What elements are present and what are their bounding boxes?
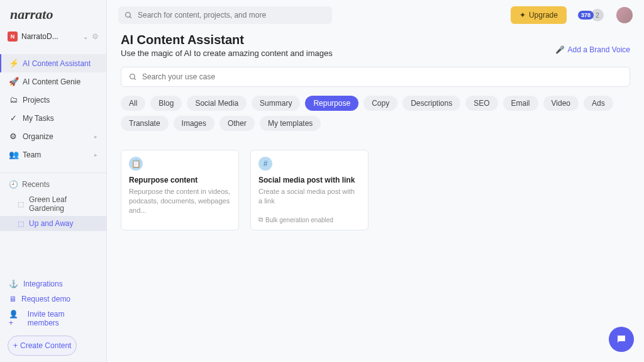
bottom-label: Invite team members xyxy=(28,310,97,327)
recents-header: 🕘 Recents xyxy=(0,177,106,192)
filter-pill-blog[interactable]: Blog xyxy=(150,96,182,111)
filter-pill-seo[interactable]: SEO xyxy=(465,96,497,111)
chevron-right-icon: ▸ xyxy=(94,152,97,158)
copy-icon: ⧉ xyxy=(258,216,263,223)
search-input[interactable] xyxy=(138,11,326,20)
brand-voice-label: Add a Brand Voice xyxy=(568,45,630,54)
filter-pill-email[interactable]: Email xyxy=(503,96,538,111)
filter-pill-copy[interactable]: Copy xyxy=(364,96,397,111)
content: AI Content Assistant Use the magic of AI… xyxy=(107,30,644,233)
nav-label: AI Content Assistant xyxy=(23,59,91,68)
check-icon: ✓ xyxy=(9,113,18,123)
filter-pill-descriptions[interactable]: Descriptions xyxy=(402,96,460,111)
nav-label: My Tasks xyxy=(23,114,54,123)
usecase-input[interactable] xyxy=(142,72,622,81)
brand-logo: narrato xyxy=(0,0,106,28)
recent-label: Up and Away xyxy=(29,219,74,228)
chat-widget[interactable] xyxy=(609,327,634,352)
recents-label: Recents xyxy=(22,180,50,189)
filter-pill-my-templates[interactable]: My templates xyxy=(260,116,321,131)
card-repurpose-content[interactable]: 📋 Repurpose content Repurpose the conten… xyxy=(121,150,239,230)
create-content-button[interactable]: + Create Content xyxy=(8,336,77,356)
card-title: Social media post with link xyxy=(258,176,360,184)
folder-icon: 🗂 xyxy=(9,95,18,105)
nav-label: Team xyxy=(23,150,41,159)
filter-pill-translate[interactable]: Translate xyxy=(121,116,169,131)
filter-pill-summary[interactable]: Summary xyxy=(252,96,300,111)
filter-pills: AllBlogSocial MediaSummaryRepurposeCopyD… xyxy=(121,96,630,131)
user-avatar[interactable] xyxy=(616,7,633,23)
nav-invite-team[interactable]: 👤+ Invite team members xyxy=(0,307,106,331)
card-desc: Repurpose the content in videos, podcast… xyxy=(129,187,231,215)
box-icon: ⬚ xyxy=(18,200,24,208)
filter-pill-ads[interactable]: Ads xyxy=(584,96,613,111)
lightning-icon: ⚡ xyxy=(9,59,18,68)
notification-badges[interactable]: 378 2 xyxy=(574,9,604,21)
workspace-badge: N xyxy=(8,31,18,42)
bottom-label: Integrations xyxy=(23,280,63,288)
gear-icon: ⚙ xyxy=(9,132,18,141)
svg-point-0 xyxy=(126,12,131,17)
search-icon xyxy=(129,73,137,81)
monitor-icon: 🖥 xyxy=(9,295,16,303)
nav-organize[interactable]: ⚙ Organize ▸ xyxy=(0,127,106,145)
chevron-right-icon: ▸ xyxy=(94,133,97,140)
filter-pill-social-media[interactable]: Social Media xyxy=(187,96,247,111)
page-title: AI Content Assistant xyxy=(121,33,333,47)
gear-icon[interactable]: ⚙ xyxy=(92,32,99,41)
workspace-selector[interactable]: N NarratoD... ⌄ ⚙ xyxy=(0,28,106,45)
nav-team[interactable]: 👥 Team ▸ xyxy=(0,145,106,164)
filter-pill-video[interactable]: Video xyxy=(543,96,579,111)
svg-point-2 xyxy=(130,74,135,79)
card-desc: Create a social media post with a link xyxy=(258,187,360,206)
clock-icon: 🕘 xyxy=(9,180,18,189)
recent-label: Green Leaf Gardening xyxy=(29,195,97,213)
upgrade-label: Upgrade xyxy=(529,11,558,20)
recents-section: 🕘 Recents ⬚ Green Leaf Gardening ⬚ Up an… xyxy=(0,173,106,231)
nav-label: Organize xyxy=(23,132,53,141)
repurpose-icon: 📋 xyxy=(129,157,143,171)
svg-line-3 xyxy=(134,78,136,80)
search-icon xyxy=(125,11,133,20)
sidebar: narrato N NarratoD... ⌄ ⚙ ⚡ AI Content A… xyxy=(0,0,107,362)
sparkle-icon: ✦ xyxy=(519,11,526,20)
card-footer: ⧉ Bulk generation enabled xyxy=(258,216,360,223)
hash-icon: # xyxy=(258,157,272,171)
filter-pill-other[interactable]: Other xyxy=(219,116,255,131)
anchor-icon: ⚓ xyxy=(9,280,18,288)
nav-integrations[interactable]: ⚓ Integrations xyxy=(0,276,106,291)
upgrade-button[interactable]: ✦ Upgrade xyxy=(511,6,567,24)
chevron-down-icon: ⌄ xyxy=(83,33,88,40)
footer-label: Bulk generation enabled xyxy=(265,217,333,223)
filter-pill-all[interactable]: All xyxy=(121,96,145,111)
sidebar-bottom: ⚓ Integrations 🖥 Request demo 👤+ Invite … xyxy=(0,276,106,362)
bottom-label: Request demo xyxy=(21,295,70,303)
nav-label: Projects xyxy=(23,96,50,105)
nav-ai-content-assistant[interactable]: ⚡ AI Content Assistant xyxy=(0,54,106,72)
recent-item-green-leaf[interactable]: ⬚ Green Leaf Gardening xyxy=(0,192,106,216)
filter-pill-images[interactable]: Images xyxy=(174,116,214,131)
global-search[interactable] xyxy=(118,6,332,24)
plus-icon: + xyxy=(13,341,18,350)
create-label: Create Content xyxy=(20,341,71,350)
nav-ai-content-genie[interactable]: 🚀 AI Content Genie xyxy=(0,72,106,91)
nav-request-demo[interactable]: 🖥 Request demo xyxy=(0,291,106,307)
team-icon: 👥 xyxy=(9,150,18,159)
usecase-search[interactable] xyxy=(121,67,630,87)
card-social-media-post[interactable]: # Social media post with link Create a s… xyxy=(250,150,369,230)
rocket-icon: 🚀 xyxy=(9,77,18,86)
notification-count: 378 xyxy=(578,11,594,20)
card-title: Repurpose content xyxy=(129,176,231,184)
main: ✦ Upgrade 378 2 AI Content Assistant Use… xyxy=(107,0,644,362)
page-subtitle: Use the magic of AI to create amazing co… xyxy=(121,48,333,58)
recent-item-up-and-away[interactable]: ⬚ Up and Away xyxy=(0,216,106,231)
user-plus-icon: 👤+ xyxy=(9,310,23,327)
workspace-name: NarratoD... xyxy=(21,32,79,41)
filter-pill-repurpose[interactable]: Repurpose xyxy=(305,96,358,111)
add-brand-voice-button[interactable]: 🎤 Add a Brand Voice xyxy=(555,45,630,54)
template-cards: 📋 Repurpose content Repurpose the conten… xyxy=(121,150,630,230)
nav-projects[interactable]: 🗂 Projects xyxy=(0,91,106,109)
nav-my-tasks[interactable]: ✓ My Tasks xyxy=(0,109,106,127)
nav-section: ⚡ AI Content Assistant 🚀 AI Content Geni… xyxy=(0,54,106,164)
topbar: ✦ Upgrade 378 2 xyxy=(107,0,644,30)
